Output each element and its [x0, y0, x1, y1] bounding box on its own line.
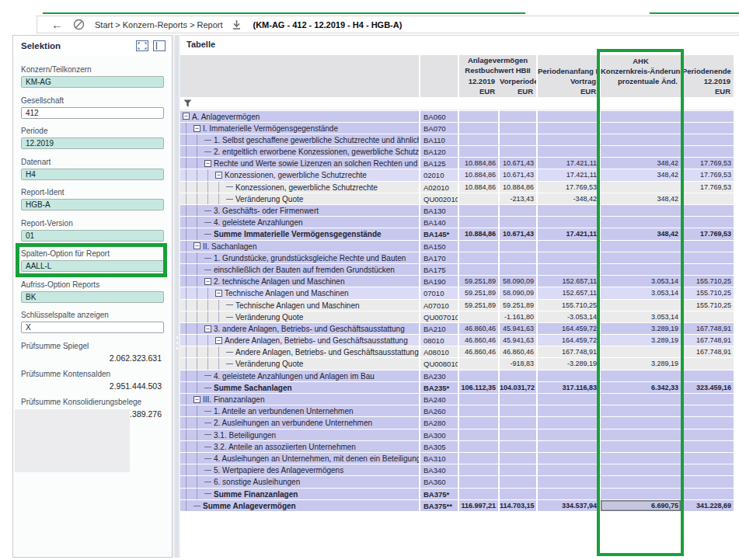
table-row[interactable]: Summe SachanlagenBA235*106.112,35104.031… — [180, 382, 734, 394]
collapse-minus-icon[interactable]: − — [204, 278, 211, 285]
table-row[interactable]: 3.1. BeteiligungenBA300 — [180, 430, 734, 441]
value-cell — [538, 217, 599, 228]
field-input[interactable]: AALL-L — [21, 260, 164, 272]
table-row[interactable]: −3. andere Anlagen, Betriebs- und Geschä… — [180, 323, 734, 335]
field-input[interactable]: H4 — [21, 169, 164, 180]
table-row[interactable]: −II. SachanlagenBA150 — [180, 241, 734, 252]
filter-funnel-icon[interactable] — [183, 99, 192, 107]
tree-branch-icon — [204, 270, 211, 270]
value-cell — [538, 464, 599, 475]
field-input[interactable]: 12.2019 — [21, 137, 164, 149]
cancel-circle-icon[interactable] — [73, 19, 85, 30]
tree-branch-icon — [204, 493, 211, 494]
collapse-minus-icon[interactable]: − — [193, 396, 200, 403]
tree-cell: Konzessionen, gewerbliche Schutzrechte — [180, 182, 419, 193]
table-row[interactable]: Veränderung QuoteQU008010-918,83-3.289,1… — [180, 358, 734, 370]
table-row[interactable]: 4. Ausleihungen an Unternehmen, mit dene… — [180, 453, 734, 464]
splitter-bar[interactable] — [175, 35, 179, 558]
field-input[interactable]: 01 — [21, 230, 164, 242]
value-cell: 317.116,83 — [538, 382, 599, 393]
table-row[interactable]: Technische Anlagen und MaschinenA0701059… — [180, 300, 734, 311]
table-row[interactable]: 3.2. Anteile an assoziierten Unternehmen… — [180, 441, 734, 453]
value-cell: 17.769,53 — [682, 158, 734, 169]
filter-cell[interactable] — [180, 97, 419, 110]
collapse-minus-icon[interactable]: − — [193, 242, 200, 249]
table-row[interactable]: 4. geleistete AnzahlungenBA140 — [180, 217, 734, 228]
expand-panel-icon[interactable] — [136, 40, 148, 51]
field-label: Aufriss-Option Reports — [21, 280, 164, 289]
table-row[interactable]: Summe Immaterielle VermögensgegenständeB… — [180, 228, 734, 240]
table-row[interactable]: 1. Grundstücke, grundstücksgleiche Recht… — [180, 252, 734, 264]
filter-cell[interactable] — [601, 97, 681, 110]
collapse-minus-icon[interactable]: − — [215, 290, 222, 297]
tree-guide-line — [207, 300, 208, 311]
splitter-grip-dot — [176, 342, 179, 344]
row-key: A08010 — [420, 346, 458, 357]
value-cell — [538, 134, 599, 145]
tree-guide-line — [218, 182, 219, 193]
filter-cell[interactable] — [459, 97, 498, 110]
table-row[interactable]: 3. Geschäfts- oder FirmenwertBA130 — [180, 205, 734, 217]
value-cell — [682, 193, 734, 204]
tree-cell: 1. Anteile an verbundenen Unternehmen — [180, 405, 419, 416]
download-icon[interactable] — [232, 20, 241, 30]
collapse-minus-icon[interactable]: − — [183, 113, 190, 120]
value-cell: 167.748,91 — [682, 323, 734, 334]
filter-cell[interactable] — [500, 97, 536, 110]
table-row[interactable]: 2. entgeltlich erworbene Konzessionen, g… — [180, 146, 734, 158]
tree-guide-line — [186, 241, 186, 252]
table-row[interactable]: Veränderung QuoteQU007010-1.161,80-3.053… — [180, 311, 734, 323]
table-row[interactable]: 1. Anteile an verbundenen UnternehmenBA2… — [180, 405, 734, 417]
field-input[interactable]: X — [21, 322, 164, 333]
table-row[interactable]: 2. Ausleihungen an verbundene Unternehme… — [180, 417, 734, 429]
table-row[interactable]: −III. FinanzanlagenBA240 — [180, 394, 734, 405]
table-row[interactable]: Summe FinanzanlagenBA375* — [180, 489, 734, 500]
value-cell — [459, 441, 498, 452]
field-input[interactable]: BK — [21, 291, 164, 303]
table-row[interactable]: −A. AnlagevermögenBA060 — [180, 111, 734, 123]
breadcrumb[interactable]: Start > Konzern-Reports > Report — [95, 20, 222, 30]
table-row[interactable]: −Konzessionen, gewerbliche Schutzrechte0… — [180, 169, 734, 181]
table-row[interactable]: −Technische Anlagen und Maschinen0701059… — [180, 287, 734, 299]
tree-guide-line — [186, 311, 186, 322]
table-row[interactable]: Andere Anlagen, Betriebs- und Geschäftsa… — [180, 346, 734, 358]
back-arrow-icon[interactable]: ← — [51, 19, 63, 30]
table-row[interactable]: −Rechte und Werte sowie Lizenzen an solc… — [180, 158, 734, 169]
table-row[interactable]: Veränderung QuoteQU002010-213,43-348,423… — [180, 193, 734, 205]
value-cell: -3.053,14 — [538, 311, 599, 322]
table-row[interactable]: 5. Wertpapiere des AnlagevermögensBA340 — [180, 464, 734, 476]
table-row[interactable]: 1. Selbst geschaffene gewerbliche Schutz… — [180, 134, 734, 146]
table-row[interactable]: 6. sonstige AusleihungenBA360 — [180, 476, 734, 488]
table-row[interactable]: 4. geleistete Anzahlungen und Anlagen im… — [180, 370, 734, 382]
field-input[interactable]: KM-AG — [21, 76, 164, 88]
table-row[interactable]: −2. technische Anlagen und MaschinenBA19… — [180, 276, 734, 287]
table-row[interactable]: einschließlich der Bauten auf fremden Gr… — [180, 264, 734, 276]
filter-cell[interactable] — [538, 97, 599, 110]
collapse-minus-icon[interactable]: − — [204, 160, 211, 167]
tree-guide-line — [207, 311, 208, 322]
filter-cell[interactable] — [682, 97, 734, 110]
table-row[interactable]: −I. Immaterielle VermögensgegenständeBA0… — [180, 123, 734, 134]
collapse-panel-icon[interactable] — [153, 40, 166, 51]
collapse-minus-icon[interactable]: − — [204, 325, 211, 332]
field-input[interactable]: HGB-A — [21, 199, 164, 210]
row-label: Summe Sachanlagen — [214, 384, 292, 392]
row-key: QU008010 — [420, 358, 458, 369]
table-row[interactable]: Konzessionen, gewerbliche SchutzrechteA0… — [180, 182, 734, 193]
value-cell — [459, 417, 498, 428]
selected-value-cell[interactable]: 6.690,75 — [601, 500, 681, 511]
tree-guide-line — [197, 158, 197, 169]
tree-guide-line — [186, 169, 186, 180]
context-title: (KM-AG - 412 - 12.2019 - H4 - HGB-A) — [253, 20, 402, 30]
row-key: BA150 — [420, 241, 458, 252]
collapse-minus-icon[interactable]: − — [193, 125, 200, 132]
collapse-minus-icon[interactable]: − — [215, 337, 222, 344]
field-input[interactable]: 412 — [21, 107, 164, 119]
table-row[interactable]: −Andere Anlagen, Betriebs- und Geschäfts… — [180, 335, 734, 346]
value-cell — [500, 111, 536, 122]
table-row[interactable]: Summe AnlagevermögenBA375**116.997,21114… — [180, 500, 734, 512]
filter-cell[interactable] — [420, 97, 458, 110]
value-cell: 152.657,11 — [538, 276, 599, 287]
panel-splitter[interactable] — [173, 35, 180, 558]
collapse-minus-icon[interactable]: − — [215, 172, 222, 179]
